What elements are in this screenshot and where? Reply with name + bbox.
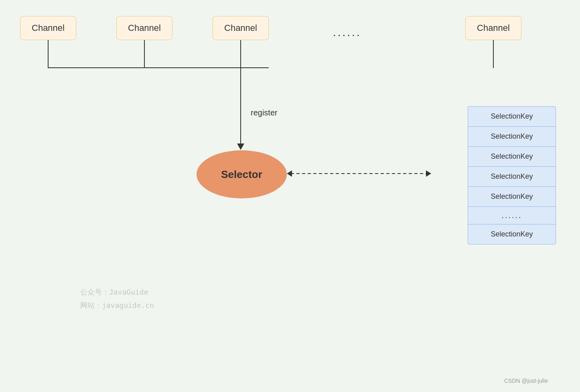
selection-key-item-1: SelectionKey — [468, 107, 556, 127]
selection-key-item-last: SelectionKey — [468, 224, 556, 244]
channel-ellipsis: ...... — [333, 26, 361, 39]
channel-box-3: Channel — [213, 16, 269, 40]
vline-center — [240, 67, 241, 148]
selection-key-item-3: SelectionKey — [468, 147, 556, 167]
dashed-bidirectional-arrow — [287, 173, 431, 174]
channel-box-1: Channel — [20, 16, 76, 40]
selection-key-item-5: SelectionKey — [468, 187, 556, 207]
vline-channel-4 — [493, 40, 494, 68]
channel-box-4: Channel — [465, 16, 521, 40]
selection-key-item-2: SelectionKey — [468, 127, 556, 147]
dashed-line — [291, 173, 427, 174]
arrow-down-icon — [237, 143, 244, 150]
watermark: 公众号：JavaGuide 网站：javaguide.cn — [80, 286, 154, 312]
vline-channel-3 — [240, 40, 241, 68]
channel-box-2: Channel — [116, 16, 172, 40]
diagram-container: Channel Channel Channel Channel ...... r… — [0, 0, 580, 392]
hline-channels — [48, 67, 269, 68]
arrow-right-icon — [426, 170, 431, 177]
selector-node: Selector — [197, 150, 287, 198]
vline-channel-1 — [48, 40, 49, 68]
register-label: register — [251, 108, 278, 117]
selection-key-ellipsis: ...... — [468, 207, 556, 224]
selection-key-item-4: SelectionKey — [468, 167, 556, 187]
selection-key-panel: SelectionKey SelectionKey SelectionKey S… — [468, 106, 556, 244]
vline-channel-2 — [144, 40, 145, 68]
attribution: CSDN @just-julie — [504, 378, 548, 384]
